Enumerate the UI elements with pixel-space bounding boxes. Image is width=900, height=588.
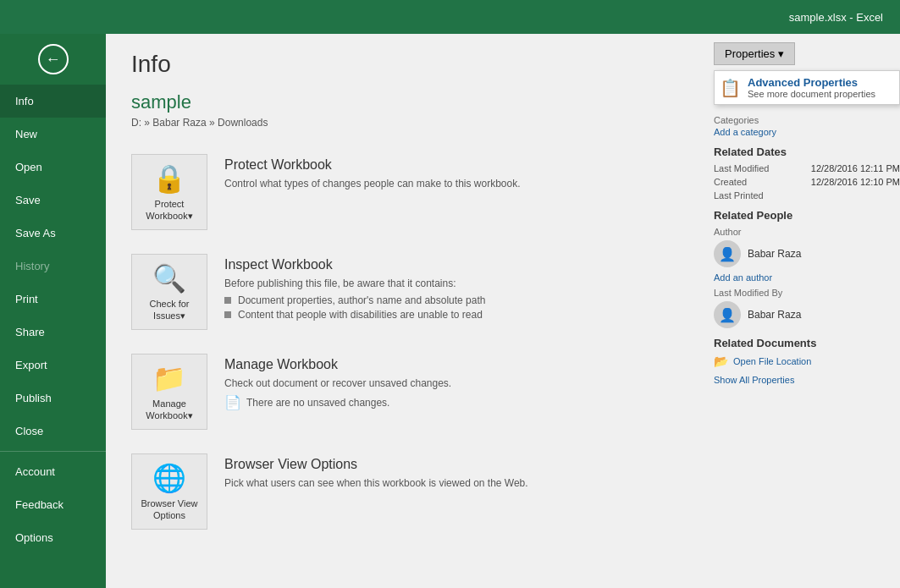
inspect-item-1: Document properties, author's name and a… [224,294,680,306]
sidebar: ← Info New Open Save Save As History Pri… [0,34,106,588]
sidebar-item-export-label: Export [15,359,47,371]
inspect-workbook-section: 🔍 Check forIssues▾ Inspect Workbook Befo… [131,245,680,338]
inspect-workbook-content: Inspect Workbook Before publishing this … [224,254,680,323]
title-bar: sample.xlsx - Excel [0,0,900,34]
related-dates-header: Related Dates [714,146,900,158]
bullet-icon-1 [224,297,231,304]
manage-workbook-desc: Check out document or recover unsaved ch… [224,377,680,389]
advanced-props-icon: 📋 [720,76,741,98]
last-modified-by-label: Last Modified By [714,288,900,298]
protect-workbook-button[interactable]: 🔒 ProtectWorkbook▾ [131,154,207,230]
author-label: Author [714,227,900,237]
properties-button-label: Properties ▾ [725,47,784,60]
last-printed-label: Last Printed [714,190,764,201]
protect-workbook-title: Protect Workbook [224,157,680,173]
show-all-properties-link[interactable]: Show All Properties [714,375,794,385]
sidebar-item-export[interactable]: Export [0,349,106,382]
bullet-icon-2 [224,311,231,318]
sidebar-item-history: History [0,250,106,283]
manage-workbook-section: 📁 ManageWorkbook▾ Manage Workbook Check … [131,345,680,438]
protect-workbook-desc: Control what types of changes people can… [224,178,680,190]
check-for-issues-icon-label: Check forIssues▾ [149,298,189,322]
inspect-item-2-text: Content that people with disabilities ar… [238,309,483,321]
doc-path: D: » Babar Raza » Downloads [131,117,680,129]
advanced-properties-dropdown[interactable]: 📋 Advanced Properties See more document … [714,70,900,105]
main-layout: ← Info New Open Save Save As History Pri… [0,34,900,588]
sidebar-item-info-label: Info [15,95,34,107]
sidebar-item-account-label: Account [15,465,55,478]
right-panel: Properties ▾ 📋 Advanced Properties See m… [705,34,900,588]
manage-workbook-button[interactable]: 📁 ManageWorkbook▾ [131,354,207,430]
sidebar-item-close[interactable]: Close [0,415,106,448]
manage-workbook-title: Manage Workbook [224,357,680,372]
browser-view-title: Browser View Options [224,457,680,472]
last-modified-row: Last Modified 12/28/2016 12:11 PM [714,163,900,173]
sidebar-item-share-label: Share [15,326,45,338]
sidebar-item-feedback[interactable]: Feedback [0,488,106,521]
manage-workbook-content: Manage Workbook Check out document or re… [224,354,680,410]
sidebar-item-info[interactable]: Info [0,85,106,118]
sidebar-item-open-label: Open [15,161,42,173]
sidebar-item-feedback-label: Feedback [15,498,63,511]
sidebar-item-save-label: Save [15,194,41,206]
sidebar-item-save[interactable]: Save [0,184,106,217]
sidebar-item-account[interactable]: Account [0,455,106,488]
last-modified-by-name: Babar Raza [748,309,801,321]
created-row: Created 12/28/2016 12:10 PM [714,177,900,187]
browser-view-content: Browser View Options Pick what users can… [224,453,680,494]
browser-view-icon: 🌐 [152,462,186,494]
browser-view-button[interactable]: 🌐 Browser ViewOptions [131,453,207,530]
protect-workbook-section: 🔒 ProtectWorkbook▾ Protect Workbook Cont… [131,146,680,239]
doc-title: sample [131,91,680,113]
inspect-workbook-title: Inspect Workbook [224,257,680,272]
last-printed-row: Last Printed [714,190,900,201]
folder-icon: 📂 [714,354,728,368]
check-for-issues-button[interactable]: 🔍 Check forIssues▾ [131,254,207,330]
properties-button[interactable]: Properties ▾ [714,42,795,65]
last-modified-label: Last Modified [714,163,769,173]
sidebar-item-new[interactable]: New [0,118,106,151]
sidebar-item-save-as-label: Save As [15,227,56,239]
advanced-props-desc: See more document properties [748,89,875,99]
sidebar-divider-1 [0,451,106,452]
protect-workbook-content: Protect Workbook Control what types of c… [224,154,680,195]
author-avatar: 👤 [714,240,741,267]
inspect-item-1-text: Document properties, author's name and a… [238,294,485,306]
sidebar-item-save-as[interactable]: Save As [0,217,106,250]
browser-view-icon-label: Browser ViewOptions [141,497,197,522]
manage-icon: 📁 [152,362,186,394]
last-modified-by-avatar: 👤 [714,301,741,328]
manage-workbook-icon-label: ManageWorkbook▾ [146,398,192,422]
sidebar-item-open[interactable]: Open [0,151,106,184]
add-author-link[interactable]: Add an author [714,272,900,283]
sidebar-item-options-label: Options [15,531,53,544]
advanced-props-title: Advanced Properties [748,76,875,89]
author-name: Babar Raza [748,248,801,260]
sidebar-item-print-label: Print [15,293,38,305]
categories-row: Categories Add a category [714,115,900,137]
page-title: Info [131,51,680,78]
last-modified-value: 12/28/2016 12:11 PM [811,163,900,173]
last-modified-by-row: 👤 Babar Raza [714,301,900,328]
sidebar-item-share[interactable]: Share [0,316,106,349]
sidebar-item-options[interactable]: Options [0,521,106,554]
browser-view-section: 🌐 Browser ViewOptions Browser View Optio… [131,445,680,538]
back-circle-icon: ← [38,44,69,74]
inspect-workbook-desc: Before publishing this file, be aware th… [224,278,680,289]
browser-view-desc: Pick what users can see when this workbo… [224,477,680,489]
sidebar-item-publish[interactable]: Publish [0,382,106,415]
open-file-location-text: Open File Location [733,356,811,366]
created-label: Created [714,177,747,187]
inspect-icon: 🔍 [152,262,186,294]
add-category-link[interactable]: Add a category [714,127,900,137]
advanced-props-text: Advanced Properties See more document pr… [748,76,875,99]
lock-icon: 🔒 [152,162,186,195]
content-area: Info sample D: » Babar Raza » Downloads … [106,34,705,588]
categories-label: Categories [714,115,900,125]
sidebar-item-new-label: New [15,128,37,140]
sidebar-item-print[interactable]: Print [0,283,106,316]
back-button[interactable]: ← [0,34,106,85]
sidebar-item-close-label: Close [15,425,43,437]
open-file-location-link[interactable]: 📂 Open File Location [714,354,900,368]
note-doc-icon: 📄 [224,394,241,410]
